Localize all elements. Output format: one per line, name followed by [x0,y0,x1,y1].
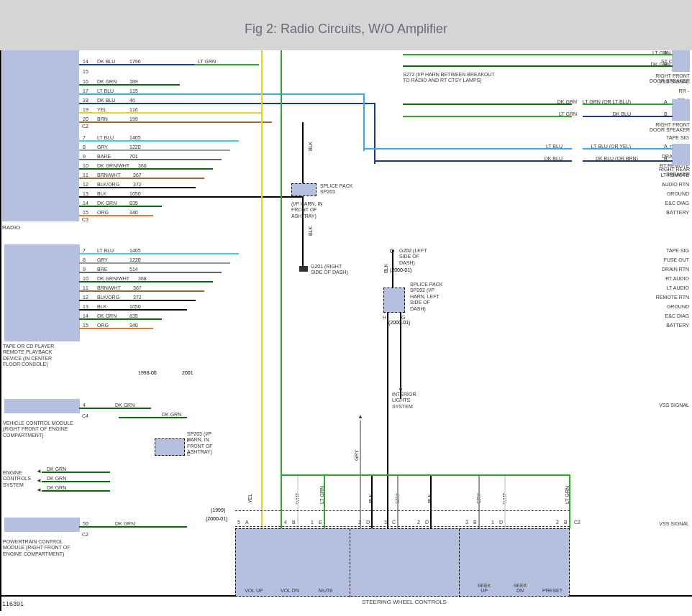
ground-g201 [299,266,308,272]
wire-dkblu2 [79,103,374,104]
vss-pcm-connector [4,518,80,532]
swc-label: STEERING WHEEL CONTROLS [362,599,447,605]
splice-sp203 [291,183,317,196]
radio-label: RADIO [2,224,20,231]
s272-note: S272 (I/P HARN BETWEEN BREAKOUT TO RADIO… [403,72,496,84]
wire-grn-v [281,50,282,528]
speaker-rf2 [672,99,690,121]
pin-tapesig: TAPE SIG [617,135,689,140]
wiring-diagram: 116391 RADIO ST COL SIG 14 DK BLU 1796 L… [0,50,692,611]
diagram-id: 116391 [2,600,24,607]
interior-lights-label: INTERIOR LIGHTS SYSTEM [392,392,428,410]
pin-audiortn: AUDIO RTN [617,182,689,187]
wire-yel [79,112,263,114]
speaker-rf1 [672,50,690,72]
tape-cd-label: TAPE OR CD PLAYER REMOTE PLAYBACK DEVICE… [3,344,68,368]
splice-sp202 [383,288,405,313]
pcm-label: POWERTRAIN CONTROL MODULE (RIGHT FRONT O… [3,539,75,557]
pin-battery: BATTERY [617,210,689,215]
vcm-label: VEHICLE CONTROL MODULE (RIGHT FRONT OF E… [3,420,75,438]
header: Fig 2: Radio Circuits, W/O Amplifier [0,0,692,50]
speaker-rr [672,144,690,165]
wire-yel-v [261,50,263,528]
pin-ground: GROUND [617,191,689,196]
pin-rrneg: RR - [617,88,689,93]
sp203-splice [155,438,185,456]
wire-dkgrn [79,84,180,86]
engine-controls-label: ENGINE CONTROLS SYSTEM [3,470,39,488]
wire-dkblu [79,64,194,65]
page-title: Fig 2: Radio Circuits, W/O Amplifier [0,22,692,37]
wire-ltblu [79,93,363,95]
pin-ecdiag: E&C DIAG [617,201,689,206]
radio-connector [2,50,79,221]
tape-cd-connector [4,244,80,341]
wire-ltgrn [194,64,259,65]
steering-wheel-controls: VOL UP VOL DN MUTE SEEK UP SEEK DN PRESE… [235,528,570,597]
ground-g202 [390,249,394,253]
wire-brn [79,121,272,123]
border-left [0,50,1,611]
vss-vcm-connector [4,399,80,413]
